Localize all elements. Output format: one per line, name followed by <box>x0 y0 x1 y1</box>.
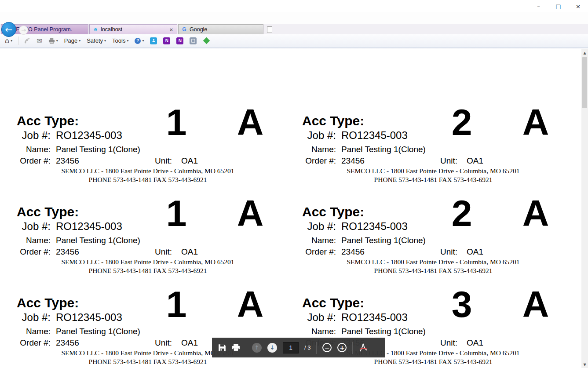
company-phone: PHONE 573-443-1481 FAX 573-443-6921 <box>302 267 564 275</box>
feeds-button[interactable] <box>23 37 32 45</box>
window-controls: – □ × <box>529 0 588 12</box>
order-number-label: Order #: <box>302 156 336 166</box>
minus-icon: − <box>325 345 330 351</box>
copy-number: 1 <box>157 286 196 323</box>
onenote-icon: N <box>163 37 170 44</box>
read-mail-button[interactable]: ✉ <box>35 36 44 46</box>
unit-value: OA1 <box>181 156 198 166</box>
print-button[interactable]: ▾ <box>47 37 59 45</box>
plus-icon: + <box>340 345 345 351</box>
name-label: Name: <box>17 327 51 336</box>
addon-diamond-button[interactable] <box>201 37 212 44</box>
home-menu-button[interactable]: ⌂ ▾ <box>4 36 14 46</box>
new-tab-icon <box>267 26 272 33</box>
tag-letter: A <box>230 104 270 141</box>
send-to-onenote-button[interactable]: N <box>162 36 172 45</box>
research-addon-button[interactable] <box>188 36 198 45</box>
zoom-in-button[interactable]: + <box>337 343 347 352</box>
research-icon <box>190 37 197 44</box>
tag-letter: A <box>516 104 555 141</box>
company-address: SEMCO LLC - 1800 East Pointe Drive - Col… <box>302 258 564 266</box>
unit-label: Unit: <box>440 247 457 257</box>
order-number-label: Order #: <box>17 156 51 166</box>
new-tab-button[interactable] <box>264 25 275 34</box>
back-arrow-icon: ← <box>5 24 13 35</box>
chevron-down-icon: ▾ <box>127 39 128 43</box>
order-number-value: 23456 <box>56 156 79 165</box>
page-number-input[interactable]: 1 <box>283 342 299 353</box>
messenger-addon-button[interactable] <box>149 36 158 45</box>
unit-value: OA1 <box>467 338 483 348</box>
google-favicon: G <box>181 26 187 33</box>
title-bar: – □ × <box>0 0 588 12</box>
close-button[interactable]: × <box>568 0 588 12</box>
forward-button[interactable]: → <box>19 26 28 35</box>
tag-letter: A <box>516 195 555 232</box>
copy-number: 1 <box>157 104 196 141</box>
safety-menu-button[interactable]: Safety ▾ <box>85 36 107 45</box>
onenote-linked-notes-button[interactable]: N <box>175 36 185 45</box>
company-address: SEMCO LLC - 1800 East Pointe Drive - Col… <box>302 167 564 175</box>
job-number-value: RO12345-003 <box>56 311 122 323</box>
tab-close-icon[interactable]: × <box>168 27 174 33</box>
company-phone: PHONE 573-443-1481 FAX 573-443-6921 <box>302 176 564 184</box>
vertical-scrollbar[interactable]: ▲ ▼ <box>581 49 588 368</box>
maximize-button[interactable]: □ <box>548 0 568 12</box>
minimize-button[interactable]: – <box>529 0 548 12</box>
divider <box>316 342 317 354</box>
back-button[interactable]: ← <box>1 22 16 37</box>
down-arrow-icon: ↓ <box>270 344 275 351</box>
chevron-down-icon: ▾ <box>56 39 58 43</box>
job-number-label: Job #: <box>17 220 51 233</box>
help-menu-button[interactable]: ? ▾ <box>133 37 145 45</box>
tab-bar: SEMCO Panel Program. e localhost × G Goo… <box>0 24 588 34</box>
name-label: Name: <box>17 236 51 245</box>
mail-icon: ✉ <box>37 37 42 45</box>
tools-menu-button[interactable]: Tools ▾ <box>111 36 130 45</box>
company-address: SEMCO LLC - 1800 East Pointe Drive - Col… <box>17 167 279 175</box>
name-value: Panel Testing 1(Clone) <box>56 145 140 154</box>
order-number-value: 23456 <box>341 247 365 256</box>
copy-number: 1 <box>157 195 196 232</box>
job-number-label: Job #: <box>17 129 51 142</box>
acc-label-card: Acc Type: 2 A Job #:RO12345-003 Name:Pan… <box>302 113 566 193</box>
scroll-down-icon[interactable]: ▼ <box>581 361 588 368</box>
name-value: Panel Testing 1(Clone) <box>341 145 426 154</box>
scroll-up-icon[interactable]: ▲ <box>581 49 588 56</box>
tag-letter: A <box>230 286 270 323</box>
name-label: Name: <box>302 236 336 245</box>
tab-google[interactable]: G Google <box>178 24 263 34</box>
order-number-label: Order #: <box>302 247 336 257</box>
page-menu-button[interactable]: Page ▾ <box>63 36 82 45</box>
copy-number: 2 <box>442 195 482 232</box>
scrollbar-thumb[interactable] <box>582 57 587 108</box>
page-down-button[interactable]: ↓ <box>267 343 277 353</box>
order-number-value: 23456 <box>56 338 79 347</box>
unit-label: Unit: <box>155 338 172 348</box>
page-up-button[interactable]: ↑ <box>252 343 262 353</box>
report-view: Acc Type: 1 A Job #:RO12345-003 Name:Pan… <box>0 49 581 368</box>
save-button[interactable] <box>218 344 226 352</box>
job-number-label: Job #: <box>302 129 336 142</box>
acc-label-card: Acc Type: 1 A Job #:RO12345-003 Name:Pan… <box>17 113 281 193</box>
acrobat-icon <box>358 343 368 352</box>
tab-label: Google <box>190 26 207 33</box>
help-icon: ? <box>135 38 141 44</box>
job-number-value: RO12345-003 <box>341 129 408 141</box>
tab-localhost[interactable]: e localhost × <box>89 24 177 34</box>
chevron-down-icon: ▾ <box>79 39 80 43</box>
zoom-out-button[interactable]: − <box>322 343 332 352</box>
unit-label: Unit: <box>155 247 172 257</box>
acc-label-card: Acc Type: 2 A Job #:RO12345-003 Name:Pan… <box>302 204 566 284</box>
command-bar: ⌂ ▾ ✉ ▾ Page ▾ Safety <box>0 34 588 47</box>
messenger-icon <box>150 37 157 44</box>
job-number-value: RO12345-003 <box>56 220 122 232</box>
copy-number: 3 <box>442 286 482 323</box>
printer-icon <box>48 38 55 44</box>
chevron-down-icon: ▾ <box>104 39 106 43</box>
company-phone: PHONE 573-443-1481 FAX 573-443-6921 <box>302 358 564 366</box>
divider <box>352 342 353 354</box>
print-button[interactable] <box>232 344 240 351</box>
open-in-acrobat-button[interactable] <box>358 343 368 352</box>
divider <box>246 342 246 354</box>
